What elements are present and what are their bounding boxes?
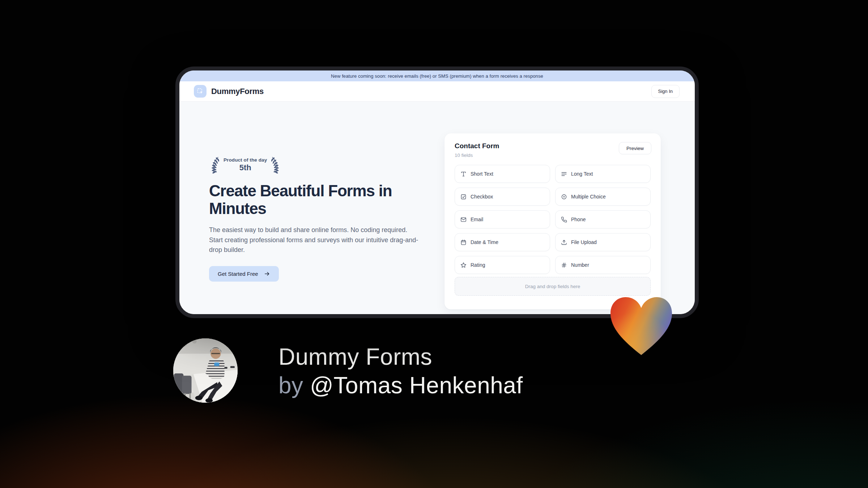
field-type-grid: Short Text Long Text Checkbox (455, 165, 651, 274)
field-label: Short Text (471, 171, 493, 177)
upload-icon (561, 239, 567, 245)
hero-heading: Create Beautiful Forms in Minutes (209, 182, 421, 217)
field-multiple-choice[interactable]: Multiple Choice (555, 188, 651, 206)
arrow-right-icon (264, 271, 270, 277)
announcement-banner: New feature coming soon: receive emails … (179, 70, 695, 81)
field-phone[interactable]: Phone (555, 210, 651, 228)
logo-icon (194, 85, 207, 98)
calendar-icon (460, 239, 467, 245)
laurel-left-icon (209, 156, 220, 174)
field-label: Multiple Choice (571, 194, 606, 200)
field-short-text[interactable]: Short Text (455, 165, 550, 183)
preview-button[interactable]: Preview (619, 142, 651, 154)
field-rating[interactable]: Rating (455, 256, 550, 274)
announcement-text: New feature coming soon: receive emails … (331, 73, 543, 79)
field-email[interactable]: Email (455, 210, 550, 228)
caption: Dummy Forms by @Tomas Henkenhaf (278, 343, 523, 400)
product-of-day-badge: Product of the day 5th (209, 156, 281, 174)
star-icon (460, 262, 467, 268)
site-header: DummyForms Sign In (179, 81, 695, 102)
caption-title: Dummy Forms (278, 343, 523, 371)
brand-name: DummyForms (211, 87, 264, 96)
field-file-upload[interactable]: File Upload (555, 233, 651, 251)
field-label: Rating (471, 262, 485, 268)
field-label: Date & Time (471, 239, 498, 245)
get-started-label: Get Started Free (218, 271, 258, 277)
field-checkbox[interactable]: Checkbox (455, 188, 550, 206)
field-label: Long Text (571, 171, 593, 177)
brand: DummyForms (194, 85, 264, 98)
app-window: New feature coming soon: receive emails … (175, 67, 699, 318)
field-label: Checkbox (471, 194, 493, 200)
sign-in-button[interactable]: Sign In (651, 85, 680, 98)
cursor-select-icon (197, 88, 204, 95)
form-builder-card: Contact Form 10 fields Preview Short Tex… (444, 133, 661, 309)
phone-icon (561, 217, 567, 223)
email-icon (460, 217, 467, 223)
long-text-icon (561, 171, 567, 177)
caption-byline-prefix: by (278, 372, 310, 398)
dropzone[interactable]: Drag and drop fields here (455, 277, 651, 296)
field-long-text[interactable]: Long Text (555, 165, 651, 183)
multiple-choice-icon (561, 194, 567, 200)
field-label: File Upload (571, 239, 597, 245)
get-started-button[interactable]: Get Started Free (209, 266, 279, 282)
gradient-heart-icon (607, 294, 676, 357)
creator-avatar (173, 338, 238, 403)
caption-byline: by @Tomas Henkenhaf (278, 371, 523, 400)
laurel-right-icon (271, 156, 281, 174)
hero-section: Product of the day 5th (179, 102, 695, 314)
field-label: Phone (571, 217, 586, 222)
caption-byline-name: @Tomas Henkenhaf (310, 372, 523, 398)
award-title: Product of the day (224, 157, 267, 163)
field-label: Number (571, 262, 589, 268)
field-number[interactable]: Number (555, 256, 651, 274)
presentation-canvas: New feature coming soon: receive emails … (0, 0, 868, 488)
checkbox-icon (460, 194, 467, 200)
short-text-icon (460, 171, 467, 177)
avatar-photo-illustration (173, 338, 238, 403)
dropzone-text: Drag and drop fields here (525, 284, 580, 289)
field-label: Email (471, 217, 483, 222)
award-rank: 5th (224, 163, 267, 172)
hero-description: The easiest way to build and share onlin… (209, 225, 422, 255)
field-date-time[interactable]: Date & Time (455, 233, 550, 251)
hash-icon (561, 262, 567, 268)
